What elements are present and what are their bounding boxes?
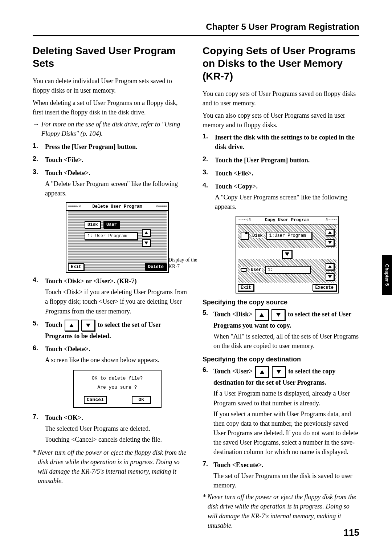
left-intro-1: You can delete individual User Program s… [33, 76, 189, 95]
lcd1-title: Delete User Program [93, 204, 142, 209]
side-chapter-tab: Chapter 5 [382, 255, 392, 295]
lcd2-title: Copy User Program [265, 218, 309, 223]
lcd2-disk-up-button[interactable] [326, 229, 334, 236]
dialog-cancel-button[interactable]: Cancel [84, 396, 107, 404]
svg-marker-12 [260, 370, 264, 374]
right-step-3: Touch <File>. [215, 169, 359, 178]
left-xref: For more on the use of the disk drive, r… [41, 120, 189, 138]
confirm-delete-dialog: OK to delete file? Are you sure ? Cancel… [73, 370, 162, 408]
lcd1-up-button[interactable] [142, 229, 151, 236]
lcd-deco-left-icon: ▭▭▭▭♪♫ [68, 204, 81, 208]
right-step-4: Touch <Copy>. [215, 182, 359, 191]
page-number: 115 [344, 527, 359, 538]
left-step-7: Touch <OK>. [45, 413, 189, 422]
left-step-4-note: Touch <Disk> if you are deleting User Pr… [45, 287, 189, 316]
left-step-2: Touch <File>. [45, 155, 189, 165]
lcd2-user-up-button[interactable] [326, 263, 334, 270]
svg-marker-2 [69, 324, 74, 327]
right-column: Copying Sets of User Programs on Disks t… [203, 44, 359, 530]
right-intro-1: You can copy sets of User Programs saved… [203, 89, 359, 108]
left-step-4: Touch <Disk> or <User>. (KR-7) [45, 276, 189, 286]
lcd1-user-button[interactable]: User [103, 221, 120, 228]
right-step-7-note: The set of User Programs on the disk is … [213, 471, 359, 490]
subhead-copy-dest: Specifying the copy destination [203, 356, 359, 363]
svg-marker-10 [260, 313, 264, 317]
section-title-copying: Copying Sets of User Programs on Disks t… [203, 44, 359, 82]
svg-marker-1 [144, 242, 148, 244]
lcd1-down-button[interactable] [142, 239, 151, 247]
svg-marker-0 [144, 231, 148, 234]
header-rule [33, 35, 359, 36]
lcd2-user-label: User [250, 267, 262, 272]
lcd2-execute-button[interactable]: Execute [313, 284, 336, 291]
svg-marker-3 [86, 324, 90, 327]
svg-marker-8 [328, 265, 332, 268]
right-step-5: Touch <Disk> to select the set of User P… [213, 309, 359, 330]
up-arrow-icon[interactable] [65, 320, 78, 331]
lcd1-exit-button[interactable]: Exit [68, 263, 84, 271]
left-column: Deleting Saved User Program Sets You can… [33, 44, 189, 530]
svg-marker-6 [285, 252, 289, 256]
left-footnote: Never turn off the power or eject the fl… [38, 448, 189, 486]
lcd1-item-field: 1: User Program [85, 232, 138, 240]
right-step-5-note: When "All" is selected, all of the sets … [213, 332, 359, 351]
left-step-1: Press the [User Program] button. [45, 142, 189, 151]
left-step-6-note: A screen like the one shown below appear… [45, 355, 189, 365]
chapter-header: Chapter 5 User Program Registration [33, 22, 359, 32]
dialog-line1: OK to delete file? [77, 376, 157, 381]
left-step-3: Touch <Delete>. [45, 168, 189, 178]
svg-marker-5 [328, 241, 332, 244]
svg-marker-9 [328, 275, 332, 278]
lcd2-user-down-button[interactable] [326, 273, 334, 280]
up-arrow-icon[interactable] [255, 366, 269, 378]
right-step-2: Touch the [User Program] button. [215, 155, 359, 165]
down-arrow-icon[interactable] [81, 320, 95, 331]
left-step-6: Touch <Delete>. [45, 344, 189, 354]
section-title-deleting: Deleting Saved User Program Sets [33, 44, 189, 70]
left-step-7-note1: The selected User Programs are deleted. [45, 424, 189, 433]
right-step-6: Touch <User> to select the copy destinat… [213, 366, 359, 387]
svg-marker-13 [277, 370, 281, 374]
lcd1-caption: Display of the KR-7 [168, 257, 197, 270]
lcd-deco-right-icon: ♫▭▭▭▭ [326, 217, 336, 222]
down-arrow-icon[interactable] [272, 366, 286, 378]
svg-marker-4 [328, 231, 332, 234]
lcd2-disk-down-button[interactable] [326, 239, 334, 246]
delete-user-program-screen: ▭▭▭▭♪♫ Delete User Program ♫▭▭▭▭ Disk Us… [66, 202, 169, 273]
dialog-ok-button[interactable]: OK [132, 396, 151, 404]
copy-user-program-screen: ▭▭▭▭♪♫ Copy User Program ♫▭▭▭▭ Disk 1:Us… [236, 216, 339, 293]
lcd-deco-right-icon: ♫▭▭▭▭ [156, 204, 167, 208]
right-intro-2: You can also copy sets of User Programs … [203, 111, 359, 130]
dialog-line2: Are you sure ? [77, 385, 157, 390]
lcd2-user-item: 1: [265, 266, 311, 274]
left-step-7-note2: Touching <Cancel> cancels deleting the f… [45, 435, 189, 444]
up-arrow-icon[interactable] [255, 309, 269, 321]
lcd2-exit-button[interactable]: Exit [238, 284, 254, 291]
floppy-icon [241, 232, 249, 240]
memory-icon [241, 267, 247, 272]
right-step-4-note: A "Copy User Programs screen" like the f… [215, 193, 359, 211]
left-step-5: Touch to select the set of User Programs… [45, 320, 189, 341]
left-step-3-note: A "Delete User Program screen" like the … [45, 179, 189, 198]
subhead-copy-source: Specifying the copy source [203, 299, 359, 306]
lcd-deco-left-icon: ▭▭▭▭♪♫ [238, 217, 251, 222]
svg-marker-11 [276, 313, 281, 317]
left-intro-2: When deleting a set of User Programs on … [33, 98, 189, 117]
lcd1-disk-button[interactable]: Disk [85, 221, 101, 228]
lcd2-transfer-down-icon [282, 250, 292, 259]
lcd2-disk-item: 1:User Program [266, 232, 312, 240]
right-footnote: Never turn off the power or eject the fl… [208, 492, 359, 530]
right-step-7: Touch <Execute>. [213, 460, 359, 470]
svg-rect-7 [241, 268, 247, 271]
right-step-1: Insert the disk with the settings to be … [215, 133, 359, 151]
right-step-6-note1: If a User Program name is displayed, alr… [213, 389, 359, 408]
lcd2-disk-label: Disk [252, 233, 264, 238]
lcd1-delete-button[interactable]: Delete [145, 263, 167, 271]
right-step-6-note2: If you select a number with User Program… [213, 409, 359, 457]
down-arrow-icon[interactable] [271, 309, 285, 321]
